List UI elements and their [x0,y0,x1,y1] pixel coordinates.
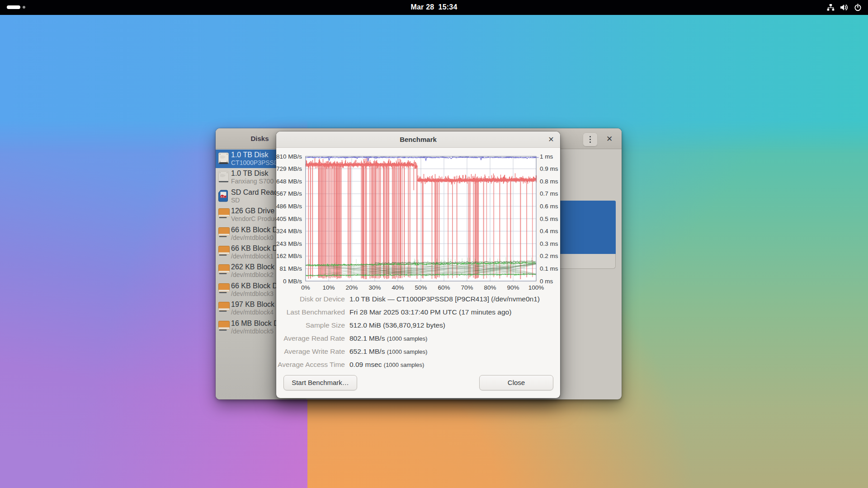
svg-text:405 MB/s: 405 MB/s [276,216,302,222]
svg-text:10%: 10% [322,284,335,291]
svg-text:90%: 90% [507,284,519,291]
svg-text:0%: 0% [301,284,310,291]
svg-text:60%: 60% [438,284,450,291]
svg-text:0.5 ms: 0.5 ms [540,216,558,222]
svg-text:30%: 30% [368,284,381,291]
svg-text:40%: 40% [392,284,404,291]
svg-text:486 MB/s: 486 MB/s [276,203,302,210]
svg-text:0 MB/s: 0 MB/s [283,278,302,285]
svg-text:1 ms: 1 ms [540,153,553,160]
svg-text:567 MB/s: 567 MB/s [276,190,302,197]
svg-text:324 MB/s: 324 MB/s [276,228,302,235]
svg-text:162 MB/s: 162 MB/s [276,253,302,259]
svg-text:50%: 50% [415,284,427,291]
svg-text:729 MB/s: 729 MB/s [276,165,302,172]
svg-text:0.1 ms: 0.1 ms [540,265,558,272]
svg-text:81 MB/s: 81 MB/s [279,265,302,272]
svg-text:0.6 ms: 0.6 ms [540,203,558,210]
svg-text:0 ms: 0 ms [540,278,553,285]
svg-text:0.3 ms: 0.3 ms [540,240,558,247]
svg-text:0.4 ms: 0.4 ms [540,228,558,235]
svg-text:0.2 ms: 0.2 ms [540,253,558,259]
svg-text:20%: 20% [345,284,358,291]
svg-text:70%: 70% [461,284,473,291]
svg-text:243 MB/s: 243 MB/s [276,240,302,247]
svg-text:0.8 ms: 0.8 ms [540,178,558,185]
svg-text:80%: 80% [484,284,496,291]
svg-text:0.9 ms: 0.9 ms [540,165,558,172]
svg-text:0.7 ms: 0.7 ms [540,190,558,197]
svg-text:648 MB/s: 648 MB/s [276,178,302,185]
svg-text:100%: 100% [528,284,544,291]
svg-text:810 MB/s: 810 MB/s [276,153,302,160]
